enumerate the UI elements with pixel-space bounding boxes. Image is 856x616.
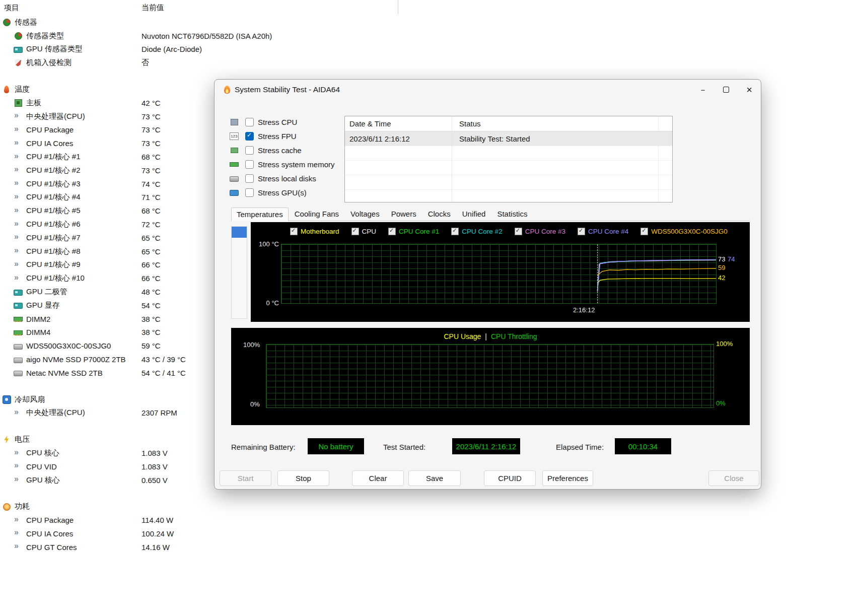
column-divider — [398, 0, 398, 14]
legend-checkbox[interactable] — [515, 228, 522, 235]
sensor-item-row[interactable]: CPU GT Cores14.16 W — [0, 540, 403, 554]
motherboard-icon — [14, 99, 23, 107]
sensor-section-label: 传感器 — [15, 18, 37, 27]
start-button[interactable]: Start — [220, 470, 271, 486]
stress-option-stress-system-memory[interactable]: Stress system memory — [230, 160, 335, 168]
close-window-button[interactable] — [738, 80, 761, 100]
slider-thumb[interactable] — [232, 227, 247, 238]
stress-option-stress-cache[interactable]: Stress cache — [230, 146, 335, 154]
stress-option-stress-local-disks[interactable]: Stress local disks — [230, 174, 335, 182]
legend-checkbox[interactable] — [290, 228, 298, 235]
column-header-value: 当前值 — [141, 3, 164, 13]
stress-options: Stress CPUStress FPUStress cacheStress s… — [230, 118, 335, 196]
arrow-icon — [14, 126, 23, 134]
test-started-label: Test Started: — [383, 443, 425, 451]
checkbox[interactable] — [245, 174, 254, 183]
temperature-plot-area — [281, 244, 717, 304]
legend-checkbox[interactable] — [451, 228, 459, 235]
log-row-empty — [345, 175, 672, 190]
temperature-scale-slider[interactable] — [231, 226, 247, 319]
close-button[interactable]: Close — [708, 470, 759, 486]
dimm-icon — [14, 328, 23, 336]
legend-separator: | — [485, 332, 487, 340]
stress-option-stress-fpu[interactable]: Stress FPU — [230, 132, 335, 140]
legend-item-wds500g3x0c-00sjg0: WDS500G3X0C-00SJG0 — [640, 228, 728, 235]
tab-clocks[interactable]: Clocks — [422, 207, 456, 221]
sensor-section-label: 冷却风扇 — [15, 395, 45, 404]
checkbox[interactable] — [245, 118, 254, 126]
sensor-item-label: GPU 核心 — [26, 475, 60, 485]
sensor-item-value: 114.40 W — [141, 516, 173, 524]
legend-checkbox[interactable] — [351, 228, 359, 235]
legend-checkbox[interactable] — [640, 228, 648, 235]
arrow-icon — [14, 153, 23, 161]
arrow-icon — [14, 247, 23, 255]
dialog-title: System Stability Test - AIDA64 — [235, 85, 340, 94]
arrow-icon — [14, 275, 23, 283]
arrow-icon — [14, 409, 23, 417]
sensor-item-label: WDS500G3X0C-00SJG0 — [26, 341, 111, 350]
stress-option-stress-cpu[interactable]: Stress CPU — [230, 118, 335, 126]
sensor-item-label: CPU #1/核心 #2 — [26, 166, 81, 175]
usage-legend-cpu-throttling: CPU Throttling — [491, 332, 537, 340]
log-row[interactable]: 2023/6/11 2:16:12Stability Test: Started — [345, 131, 672, 146]
sensor-item-row[interactable]: 传感器类型Nuvoton NCT6796D/5582D (ISA A20h) — [0, 29, 403, 43]
tab-unified[interactable]: Unified — [457, 207, 491, 221]
log-table: Date & Time Status 2023/6/11 2:16:12Stab… — [344, 116, 673, 202]
aida64-flame-icon — [224, 86, 231, 94]
minimize-button[interactable] — [691, 80, 715, 100]
sensor-item-value: 38 °C — [141, 328, 161, 336]
tab-statistics[interactable]: Statistics — [491, 207, 533, 221]
current-value-labels: 73745942 — [718, 222, 748, 322]
dialog-titlebar[interactable]: System Stability Test - AIDA64 — [215, 80, 761, 100]
checkbox[interactable] — [245, 188, 254, 197]
series-cpu-core-3 — [597, 260, 716, 292]
tab-temperatures[interactable]: Temperatures — [231, 208, 289, 221]
legend-item-cpu-core-2: CPU Core #2 — [451, 228, 502, 235]
sensor-item-value: 66 °C — [141, 274, 161, 283]
tab-powers[interactable]: Powers — [386, 207, 422, 221]
checkbox[interactable] — [245, 160, 254, 169]
usage-legend: CPU Usage|CPU Throttling — [231, 332, 750, 340]
fpu-stress-icon — [230, 132, 239, 140]
tab-voltages[interactable]: Voltages — [345, 207, 385, 221]
usage-right-100: 100% — [716, 340, 733, 348]
sensor-item-row[interactable]: 机箱入侵检测否 — [0, 56, 403, 70]
sensor-item-label: CPU #1/核心 #5 — [26, 206, 81, 216]
sensor-section-[interactable]: 传感器 — [0, 16, 403, 29]
maximize-button[interactable] — [715, 80, 738, 100]
sensor-item-row[interactable]: CPU Package114.40 W — [0, 513, 403, 527]
arrow-icon — [14, 529, 23, 537]
stop-button[interactable]: Stop — [277, 470, 329, 486]
y-axis-100: 100 °C — [258, 240, 279, 248]
stress-option-stress-gpu-s[interactable]: Stress GPU(s) — [230, 188, 335, 196]
log-row-empty — [345, 161, 672, 175]
temperature-series-svg — [281, 244, 716, 303]
clear-button[interactable]: Clear — [352, 470, 404, 486]
sensor-item-value: 38 °C — [141, 315, 161, 323]
sensor-item-value: Diode (Arc-Diode) — [141, 45, 202, 53]
stress-option-label: Stress FPU — [258, 132, 297, 141]
arrow-icon — [14, 193, 23, 201]
gpu-icon — [14, 301, 23, 309]
legend-label: CPU Core #1 — [399, 228, 439, 235]
cpuid-button[interactable]: CPUID — [484, 470, 536, 486]
series-cpu — [597, 260, 716, 291]
shield-icon — [14, 59, 23, 67]
legend-checkbox[interactable] — [388, 228, 396, 235]
checkbox[interactable] — [245, 132, 254, 141]
usage-y-0: 0% — [250, 400, 260, 408]
preferences-button[interactable]: Preferences — [542, 470, 593, 486]
window-controls — [691, 80, 761, 100]
legend-checkbox[interactable] — [578, 228, 585, 235]
save-button[interactable]: Save — [408, 470, 461, 486]
stress-option-label: Stress CPU — [258, 118, 297, 126]
arrow-icon — [14, 462, 23, 470]
sensor-item-row[interactable]: GPU 传感器类型Diode (Arc-Diode) — [0, 43, 403, 56]
sensor-section-[interactable]: 功耗 — [0, 500, 403, 514]
tab-cooling-fans[interactable]: Cooling Fans — [289, 207, 344, 221]
sensor-item-row[interactable]: CPU IA Cores100.24 W — [0, 527, 403, 540]
series-cpu-core-2 — [597, 260, 716, 291]
sensor-item-label: DIMM2 — [26, 315, 50, 323]
checkbox[interactable] — [245, 146, 254, 155]
